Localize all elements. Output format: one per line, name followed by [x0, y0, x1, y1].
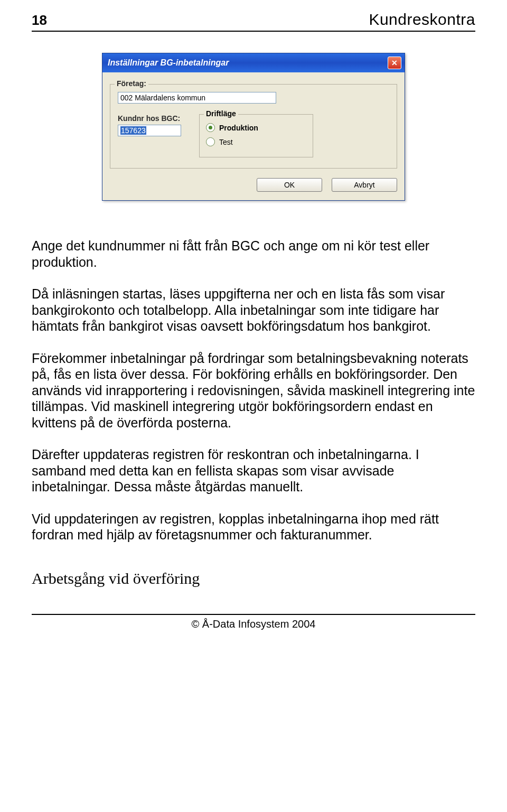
kundnr-label: Kundnr hos BGC: — [118, 114, 181, 123]
radio-test-label: Test — [219, 138, 233, 146]
dialog-title: Inställningar BG-inbetalningar — [108, 58, 229, 68]
radio-icon[interactable] — [206, 137, 215, 146]
paragraph: Därefter uppdateras registren för reskon… — [32, 446, 475, 495]
page-header: 18 Kundreskontra — [32, 0, 475, 32]
kundnr-value: 157623 — [120, 126, 146, 135]
kundnr-input[interactable]: 157623 — [118, 125, 181, 136]
company-label: Företag: — [115, 79, 148, 88]
dialog-groupbox: Företag: 002 Mälardalens kommun Kundnr h… — [110, 84, 397, 169]
document-title: Kundreskontra — [369, 11, 475, 29]
paragraph: Förekommer inbetalningar på fordringar s… — [32, 350, 475, 431]
radio-row-test[interactable]: Test — [206, 137, 306, 146]
company-input[interactable]: 002 Mälardalens kommun — [118, 92, 276, 104]
mode-groupbox: Driftläge Produktion Test — [199, 114, 313, 157]
cancel-button[interactable]: Avbryt — [332, 178, 397, 192]
radio-row-production[interactable]: Produktion — [206, 123, 306, 132]
paragraph: Då inläsningen startas, läses uppgiftern… — [32, 286, 475, 334]
mode-legend: Driftläge — [204, 109, 238, 118]
radio-production-label: Produktion — [219, 124, 258, 132]
paragraph: Ange det kundnummer ni fått från BGC och… — [32, 238, 475, 270]
body-text: Ange det kundnummer ni fått från BGC och… — [32, 238, 475, 587]
radio-icon[interactable] — [206, 123, 215, 132]
company-value: 002 Mälardalens kommun — [120, 94, 205, 102]
page-footer: © Å-Data Infosystem 2004 — [32, 614, 475, 630]
dialog-titlebar[interactable]: Inställningar BG-inbetalningar ✕ — [102, 53, 405, 72]
page-number: 18 — [32, 12, 47, 29]
footer-text: © Å-Data Infosystem 2004 — [192, 618, 316, 630]
ok-button[interactable]: OK — [257, 178, 322, 192]
close-icon[interactable]: ✕ — [388, 57, 401, 69]
settings-dialog: Inställningar BG-inbetalningar ✕ Företag… — [102, 53, 405, 201]
paragraph: Vid uppdateringen av registren, kopplas … — [32, 511, 475, 543]
section-heading: Arbetsgång vid överföring — [32, 570, 475, 587]
